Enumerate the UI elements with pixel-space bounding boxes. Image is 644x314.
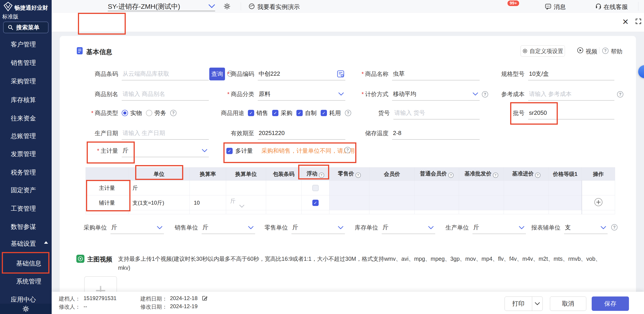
messages-link[interactable]: 消息 [554, 3, 566, 11]
member-help-icon[interactable]: ? [448, 172, 454, 178]
purchase-unit-select[interactable]: 斤 [110, 221, 164, 234]
sidebar-settings-bar[interactable] [0, 304, 52, 314]
retail-help-icon[interactable]: ? [356, 172, 361, 178]
pack-barcode-cell[interactable] [266, 180, 302, 196]
multi-unit-checkbox[interactable]: ✓ [226, 148, 233, 154]
unit-cell[interactable]: 支(1支≈10斤) [128, 196, 190, 210]
sidebar-item-purchasing[interactable]: 采购管理 [11, 77, 36, 86]
sidebar-item-app-center[interactable]: 应用中心 [11, 295, 36, 304]
print-split-button[interactable]: 打印 [504, 296, 543, 311]
barcode-input[interactable] [122, 70, 209, 77]
sidebar-item-base-settings[interactable]: 基础设置 [11, 240, 36, 248]
rate-cell[interactable] [190, 180, 226, 196]
cancel-button[interactable]: 取消 [550, 296, 586, 311]
sidebar-item-customers[interactable]: 客户管理 [11, 40, 36, 49]
pack-barcode-cell[interactable] [266, 196, 302, 210]
code-rule-icon[interactable] [337, 70, 344, 78]
type-help-icon[interactable]: ? [170, 110, 176, 116]
product-name-input[interactable] [392, 70, 480, 77]
help-circle-icon[interactable]: ? [602, 48, 608, 54]
help-link[interactable]: 帮助 [611, 48, 622, 56]
spec-input[interactable] [528, 70, 614, 77]
demo-link[interactable]: 我要看实例演示 [257, 3, 300, 11]
sidebar-item-inventory[interactable]: 库存核算 [11, 96, 36, 104]
floating-checkbox-checked[interactable]: ✓ [312, 200, 319, 206]
fullscreen-icon[interactable] [635, 18, 642, 25]
item-no-input[interactable] [394, 110, 480, 116]
sidebar-item-tax[interactable]: 税务管理 [11, 168, 36, 177]
radio-service[interactable] [146, 110, 152, 116]
header-base-wholesale: 基准批发价? [459, 168, 504, 180]
checkbox-purchase[interactable]: ✓ [272, 110, 278, 116]
sidebar-search-input[interactable]: 搜索菜单 [3, 22, 48, 33]
spec-field: 规格型号 [480, 68, 614, 80]
product-code-input[interactable] [258, 70, 345, 77]
header-price-level1: 价格等级1 [549, 168, 582, 180]
report-aux-help-icon[interactable]: ? [611, 224, 618, 230]
sidebar-item-sales[interactable]: 销售管理 [11, 58, 36, 67]
category-select[interactable]: 原料 [258, 88, 345, 100]
message-icon[interactable] [545, 3, 552, 10]
tabbar [52, 12, 644, 32]
stock-unit-select[interactable]: 斤 [382, 221, 435, 234]
floating-help-icon[interactable]: ? [319, 172, 324, 178]
sale-unit-select[interactable]: 斤 [202, 221, 255, 234]
price-level1-cell [549, 196, 582, 210]
edit-pencil-icon[interactable] [202, 295, 208, 302]
prod-date-label: 生产日期 [74, 127, 122, 140]
report-aux-unit-select[interactable]: 支 [564, 221, 608, 234]
wholesale-help-icon[interactable]: ? [493, 172, 498, 178]
purchase-help-icon[interactable]: ? [535, 172, 540, 178]
main-unit-label: *主计量 [74, 144, 122, 157]
ref-cost-help-icon[interactable]: ? [617, 91, 623, 98]
sidebar-item-insights[interactable]: 数智参谋 [11, 222, 36, 231]
account-chevron-down-icon[interactable] [208, 4, 215, 8]
video-link[interactable]: 视频 [586, 48, 597, 56]
sidebar-item-fixed-assets[interactable]: 固定资产 [11, 186, 36, 194]
prod-date-input[interactable] [122, 130, 209, 136]
print-dropdown[interactable] [532, 302, 542, 306]
floating-checkbox-unchecked[interactable]: ✓ [312, 185, 319, 191]
pricing-select[interactable]: 移动平均 [392, 88, 480, 100]
expiry-input[interactable] [258, 130, 345, 136]
storage-temp-input[interactable] [392, 130, 480, 136]
settings-gear-icon[interactable] [224, 3, 230, 10]
play-circle-icon[interactable] [577, 47, 583, 54]
rate-cell[interactable]: 10 [190, 196, 226, 210]
sale-unit-field: 销售单位 斤 [174, 221, 255, 234]
rate-unit-cell[interactable]: 斤 [226, 196, 266, 210]
batch-no-input[interactable] [528, 110, 614, 116]
collapse-arrow-icon[interactable] [44, 241, 48, 244]
sidebar-item-funds[interactable]: 往来资金 [11, 114, 36, 123]
unit-cell[interactable]: 斤 [128, 180, 190, 196]
checkbox-self-made[interactable]: ✓ [296, 110, 303, 116]
headset-icon[interactable] [595, 3, 602, 10]
multi-unit-help-icon[interactable]: ? [344, 147, 351, 153]
main-unit-select[interactable]: 斤 [122, 144, 209, 157]
plus-circle-icon[interactable] [594, 198, 603, 207]
radio-physical[interactable] [122, 110, 128, 116]
sidebar-item-ledger[interactable]: 总账管理 [11, 132, 36, 140]
production-unit-select[interactable]: 斤 [472, 221, 526, 234]
chevron-down-icon [600, 226, 606, 230]
print-button[interactable]: 打印 [505, 300, 532, 308]
sidebar-item-payroll[interactable]: 工资管理 [11, 204, 36, 213]
online-support-link[interactable]: 在线客服 [604, 3, 628, 11]
sidebar-item-invoices[interactable]: 发票管理 [11, 150, 36, 158]
video-upload-box[interactable]: + [84, 276, 117, 294]
save-button[interactable]: 保存 [592, 296, 629, 311]
customize-fields-button[interactable]: 自定义项设置 [520, 45, 565, 56]
sidebar-item-base-info[interactable]: 基础信息 [16, 259, 41, 268]
sidebar-item-system-mgmt[interactable]: 系统管理 [16, 277, 41, 286]
checkbox-consume[interactable]: ✓ [321, 110, 327, 116]
topbar-divider [241, 2, 241, 10]
close-icon[interactable]: × [622, 15, 628, 28]
account-title[interactable]: SY-进销存-ZMH(测试中) [108, 2, 180, 11]
alias-input[interactable] [122, 90, 209, 98]
production-unit-field: 生产单位 斤 [445, 221, 526, 234]
retail-unit-select[interactable]: 斤 [292, 221, 345, 234]
retail-price-cell [330, 196, 370, 210]
demo-bubble-icon[interactable] [248, 3, 255, 10]
ref-cost-input[interactable] [528, 90, 614, 98]
checkbox-sell[interactable]: ✓ [248, 110, 254, 116]
